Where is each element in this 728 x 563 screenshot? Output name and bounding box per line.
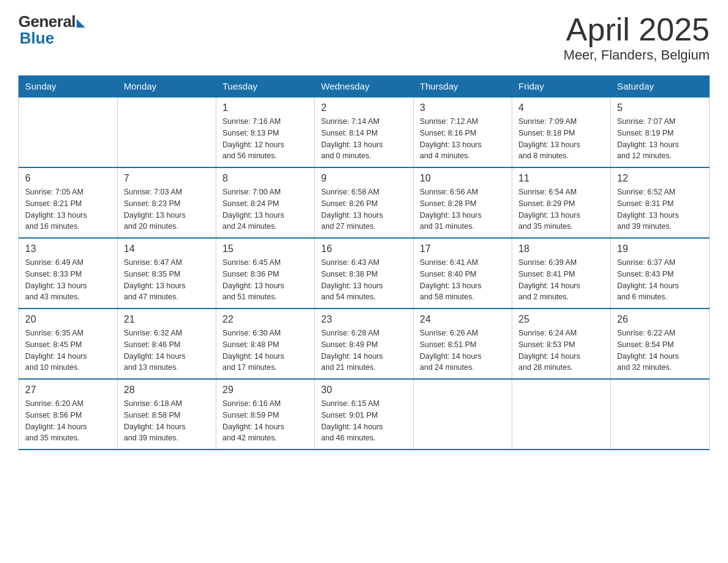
day-number: 1 (222, 102, 308, 113)
day-number: 23 (321, 314, 407, 325)
calendar-header-row: SundayMondayTuesdayWednesdayThursdayFrid… (19, 76, 710, 98)
day-number: 27 (25, 385, 111, 396)
calendar-day-cell: 21Sunrise: 6:32 AM Sunset: 8:46 PM Dayli… (118, 308, 216, 379)
day-info: Sunrise: 6:47 AM Sunset: 8:35 PM Dayligh… (124, 257, 210, 303)
day-number: 3 (420, 102, 506, 113)
day-info: Sunrise: 6:32 AM Sunset: 8:46 PM Dayligh… (124, 327, 210, 373)
calendar-week-row: 20Sunrise: 6:35 AM Sunset: 8:45 PM Dayli… (19, 308, 710, 379)
calendar-day-cell: 1Sunrise: 7:16 AM Sunset: 8:13 PM Daylig… (216, 97, 315, 167)
calendar-day-header: Monday (118, 76, 216, 98)
day-info: Sunrise: 7:12 AM Sunset: 8:16 PM Dayligh… (420, 116, 506, 162)
logo-blue-text: Blue (20, 29, 54, 48)
day-number: 4 (518, 102, 604, 113)
calendar-day-cell: 27Sunrise: 6:20 AM Sunset: 8:56 PM Dayli… (19, 379, 118, 450)
calendar-day-cell: 10Sunrise: 6:56 AM Sunset: 8:28 PM Dayli… (414, 167, 512, 238)
day-info: Sunrise: 6:52 AM Sunset: 8:31 PM Dayligh… (617, 186, 703, 232)
day-info: Sunrise: 6:49 AM Sunset: 8:33 PM Dayligh… (25, 257, 111, 303)
day-number: 16 (321, 243, 407, 255)
calendar-day-cell (611, 379, 710, 450)
calendar-day-cell (512, 379, 611, 450)
calendar-day-cell: 23Sunrise: 6:28 AM Sunset: 8:49 PM Dayli… (315, 308, 414, 379)
calendar-day-cell: 28Sunrise: 6:18 AM Sunset: 8:58 PM Dayli… (118, 379, 216, 450)
day-number: 6 (25, 173, 111, 184)
calendar-day-cell: 16Sunrise: 6:43 AM Sunset: 8:38 PM Dayli… (315, 238, 414, 308)
day-number: 22 (222, 314, 308, 325)
day-info: Sunrise: 7:07 AM Sunset: 8:19 PM Dayligh… (617, 116, 703, 162)
day-number: 11 (518, 173, 604, 184)
day-number: 2 (321, 102, 407, 113)
day-info: Sunrise: 6:16 AM Sunset: 8:59 PM Dayligh… (222, 398, 308, 444)
day-info: Sunrise: 6:45 AM Sunset: 8:36 PM Dayligh… (222, 257, 308, 303)
day-info: Sunrise: 6:30 AM Sunset: 8:48 PM Dayligh… (222, 327, 308, 373)
calendar-day-cell: 4Sunrise: 7:09 AM Sunset: 8:18 PM Daylig… (512, 97, 611, 167)
logo-triangle-icon (77, 19, 85, 28)
calendar-day-header: Sunday (19, 76, 118, 98)
title-block: April 2025 Meer, Flanders, Belgium (564, 12, 710, 63)
day-number: 17 (420, 243, 506, 255)
day-info: Sunrise: 7:03 AM Sunset: 8:23 PM Dayligh… (124, 186, 210, 232)
calendar-day-cell: 7Sunrise: 7:03 AM Sunset: 8:23 PM Daylig… (118, 167, 216, 238)
calendar-day-cell: 18Sunrise: 6:39 AM Sunset: 8:41 PM Dayli… (512, 238, 611, 308)
calendar-day-cell: 2Sunrise: 7:14 AM Sunset: 8:14 PM Daylig… (315, 97, 414, 167)
calendar-week-row: 13Sunrise: 6:49 AM Sunset: 8:33 PM Dayli… (19, 238, 710, 308)
day-info: Sunrise: 6:15 AM Sunset: 9:01 PM Dayligh… (321, 398, 407, 444)
day-number: 7 (124, 173, 210, 184)
calendar-day-header: Tuesday (216, 76, 315, 98)
calendar-day-cell: 26Sunrise: 6:22 AM Sunset: 8:54 PM Dayli… (611, 308, 710, 379)
day-info: Sunrise: 7:05 AM Sunset: 8:21 PM Dayligh… (25, 186, 111, 232)
calendar-week-row: 1Sunrise: 7:16 AM Sunset: 8:13 PM Daylig… (19, 97, 710, 167)
calendar-day-cell: 29Sunrise: 6:16 AM Sunset: 8:59 PM Dayli… (216, 379, 315, 450)
calendar-day-cell: 14Sunrise: 6:47 AM Sunset: 8:35 PM Dayli… (118, 238, 216, 308)
calendar-day-cell (414, 379, 512, 450)
calendar-day-cell: 15Sunrise: 6:45 AM Sunset: 8:36 PM Dayli… (216, 238, 315, 308)
calendar-day-cell (118, 97, 216, 167)
calendar-day-header: Saturday (611, 76, 710, 98)
calendar-week-row: 6Sunrise: 7:05 AM Sunset: 8:21 PM Daylig… (19, 167, 710, 238)
day-info: Sunrise: 7:14 AM Sunset: 8:14 PM Dayligh… (321, 116, 407, 162)
calendar-day-cell: 13Sunrise: 6:49 AM Sunset: 8:33 PM Dayli… (19, 238, 118, 308)
day-number: 26 (617, 314, 703, 325)
day-number: 5 (617, 102, 703, 113)
calendar-day-cell: 11Sunrise: 6:54 AM Sunset: 8:29 PM Dayli… (512, 167, 611, 238)
calendar-day-cell: 8Sunrise: 7:00 AM Sunset: 8:24 PM Daylig… (216, 167, 315, 238)
day-info: Sunrise: 6:41 AM Sunset: 8:40 PM Dayligh… (420, 257, 506, 303)
day-number: 12 (617, 173, 703, 184)
calendar-day-cell: 6Sunrise: 7:05 AM Sunset: 8:21 PM Daylig… (19, 167, 118, 238)
logo: General Blue (18, 12, 85, 48)
calendar-day-header: Wednesday (315, 76, 414, 98)
calendar-day-cell: 5Sunrise: 7:07 AM Sunset: 8:19 PM Daylig… (611, 97, 710, 167)
calendar-day-cell: 22Sunrise: 6:30 AM Sunset: 8:48 PM Dayli… (216, 308, 315, 379)
calendar-day-cell: 17Sunrise: 6:41 AM Sunset: 8:40 PM Dayli… (414, 238, 512, 308)
calendar-location: Meer, Flanders, Belgium (564, 47, 710, 63)
day-number: 13 (25, 243, 111, 255)
day-number: 18 (518, 243, 604, 255)
day-number: 25 (518, 314, 604, 325)
calendar-week-row: 27Sunrise: 6:20 AM Sunset: 8:56 PM Dayli… (19, 379, 710, 450)
day-number: 10 (420, 173, 506, 184)
calendar-day-cell: 19Sunrise: 6:37 AM Sunset: 8:43 PM Dayli… (611, 238, 710, 308)
day-info: Sunrise: 6:24 AM Sunset: 8:53 PM Dayligh… (518, 327, 604, 373)
day-info: Sunrise: 6:35 AM Sunset: 8:45 PM Dayligh… (25, 327, 111, 373)
calendar-day-cell: 30Sunrise: 6:15 AM Sunset: 9:01 PM Dayli… (315, 379, 414, 450)
calendar-day-cell: 24Sunrise: 6:26 AM Sunset: 8:51 PM Dayli… (414, 308, 512, 379)
day-number: 14 (124, 243, 210, 255)
day-info: Sunrise: 6:28 AM Sunset: 8:49 PM Dayligh… (321, 327, 407, 373)
calendar-day-cell: 3Sunrise: 7:12 AM Sunset: 8:16 PM Daylig… (414, 97, 512, 167)
calendar-day-cell: 20Sunrise: 6:35 AM Sunset: 8:45 PM Dayli… (19, 308, 118, 379)
day-info: Sunrise: 6:56 AM Sunset: 8:28 PM Dayligh… (420, 186, 506, 232)
calendar-table: SundayMondayTuesdayWednesdayThursdayFrid… (18, 75, 710, 450)
day-info: Sunrise: 6:37 AM Sunset: 8:43 PM Dayligh… (617, 257, 703, 303)
calendar-day-header: Thursday (414, 76, 512, 98)
calendar-day-cell: 25Sunrise: 6:24 AM Sunset: 8:53 PM Dayli… (512, 308, 611, 379)
day-number: 24 (420, 314, 506, 325)
calendar-title: April 2025 (564, 12, 710, 47)
day-number: 28 (124, 385, 210, 396)
day-info: Sunrise: 6:20 AM Sunset: 8:56 PM Dayligh… (25, 398, 111, 444)
day-number: 21 (124, 314, 210, 325)
calendar-day-cell: 9Sunrise: 6:58 AM Sunset: 8:26 PM Daylig… (315, 167, 414, 238)
calendar-day-header: Friday (512, 76, 611, 98)
day-info: Sunrise: 6:43 AM Sunset: 8:38 PM Dayligh… (321, 257, 407, 303)
day-info: Sunrise: 6:39 AM Sunset: 8:41 PM Dayligh… (518, 257, 604, 303)
day-info: Sunrise: 6:22 AM Sunset: 8:54 PM Dayligh… (617, 327, 703, 373)
calendar-day-cell (19, 97, 118, 167)
